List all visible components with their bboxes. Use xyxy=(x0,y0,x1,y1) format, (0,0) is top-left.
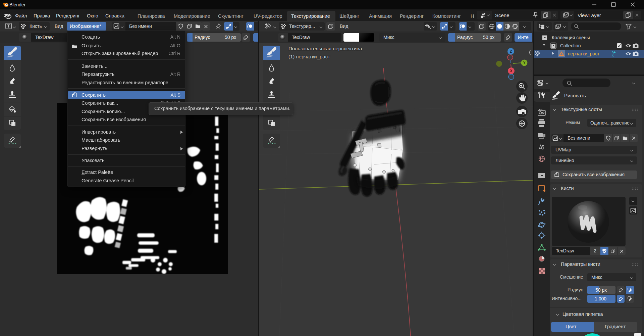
svg-text:Y: Y xyxy=(523,61,526,65)
svg-text:Z: Z xyxy=(510,50,512,53)
svg-text:X: X xyxy=(510,69,513,73)
